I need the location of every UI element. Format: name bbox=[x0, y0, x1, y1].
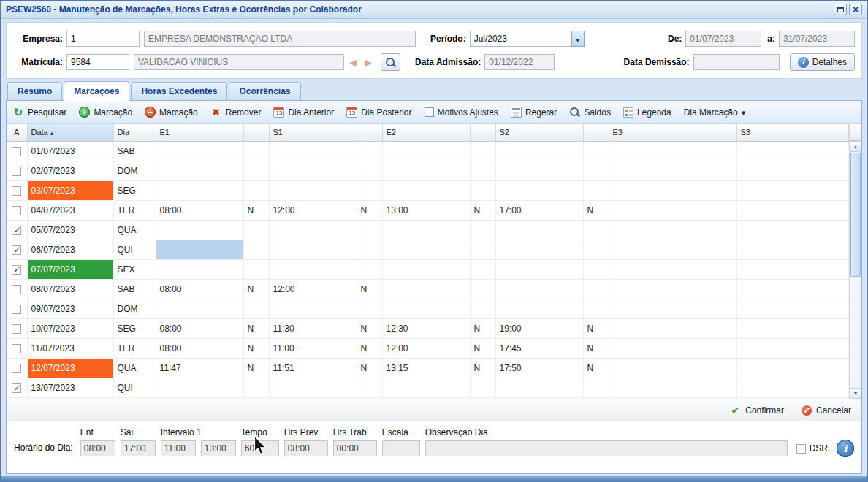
day-cell[interactable]: SEG bbox=[113, 318, 156, 338]
mark-cell[interactable] bbox=[495, 378, 583, 397]
scroll-up-button[interactable] bbox=[850, 141, 861, 152]
mark-cell[interactable] bbox=[156, 220, 243, 240]
mark-cell[interactable] bbox=[609, 220, 736, 240]
mark-cell[interactable] bbox=[583, 220, 609, 240]
mark-cell[interactable]: N bbox=[243, 338, 269, 358]
mark-cell[interactable] bbox=[495, 279, 583, 299]
mark-cell[interactable] bbox=[736, 279, 849, 299]
detalhes-button[interactable]: Detalhes bbox=[790, 53, 855, 71]
mark-cell[interactable] bbox=[583, 240, 609, 259]
mark-cell[interactable] bbox=[470, 161, 495, 180]
mark-cell[interactable] bbox=[609, 161, 736, 180]
mark-cell[interactable] bbox=[156, 141, 243, 161]
mark-cell[interactable] bbox=[243, 259, 269, 279]
mark-cell[interactable]: 12:30 bbox=[382, 318, 470, 338]
mark-cell[interactable] bbox=[470, 378, 495, 397]
tab-horas-excedentes[interactable]: Horas Excedentes bbox=[131, 82, 227, 100]
toolbar-remover-delete[interactable]: Remover bbox=[210, 107, 262, 118]
date-cell[interactable]: 08/07/2023 bbox=[27, 279, 113, 299]
mark-cell[interactable] bbox=[470, 259, 495, 279]
date-cell[interactable]: 07/07/2023 bbox=[27, 259, 113, 279]
row-select-checkbox[interactable] bbox=[7, 220, 27, 240]
day-cell[interactable]: SEG bbox=[113, 180, 156, 200]
row-select-checkbox[interactable] bbox=[7, 299, 27, 318]
mark-cell[interactable] bbox=[609, 180, 736, 200]
mark-cell[interactable]: N bbox=[470, 318, 495, 338]
mark-cell[interactable] bbox=[736, 141, 849, 161]
toolbar-marcacao-remove[interactable]: Marcação bbox=[145, 107, 198, 118]
toolbar-pesquisar-refresh[interactable]: Pesquisar bbox=[12, 107, 66, 118]
mark-cell[interactable] bbox=[156, 180, 243, 200]
mark-cell[interactable] bbox=[609, 279, 736, 299]
mark-cell[interactable] bbox=[382, 180, 470, 200]
date-cell[interactable]: 12/07/2023 bbox=[27, 358, 113, 378]
mark-cell[interactable]: N bbox=[470, 338, 495, 358]
mark-cell[interactable]: N bbox=[243, 279, 269, 299]
date-cell[interactable]: 06/07/2023 bbox=[27, 240, 113, 259]
row-select-checkbox[interactable] bbox=[7, 318, 27, 338]
mark-cell[interactable]: N bbox=[243, 200, 269, 220]
col-header-e2[interactable]: E2 bbox=[382, 124, 470, 141]
mark-cell[interactable]: 13:00 bbox=[382, 200, 470, 220]
mark-cell[interactable] bbox=[269, 180, 357, 200]
mark-cell[interactable] bbox=[470, 220, 495, 240]
mark-cell[interactable] bbox=[382, 161, 470, 180]
mark-cell[interactable] bbox=[495, 220, 583, 240]
periodo-input[interactable] bbox=[470, 31, 572, 47]
mark-cell[interactable]: 12:00 bbox=[269, 200, 357, 220]
col-header-blank-4[interactable] bbox=[243, 124, 269, 141]
col-header-s2[interactable]: S2 bbox=[495, 124, 583, 141]
mark-cell[interactable] bbox=[609, 299, 736, 318]
mark-cell[interactable]: 08:00 bbox=[156, 279, 243, 299]
dsr-checkbox[interactable]: DSR bbox=[796, 443, 828, 454]
mark-cell[interactable]: N bbox=[357, 318, 382, 338]
col-header-data[interactable]: Data bbox=[27, 124, 113, 141]
mark-cell[interactable] bbox=[382, 240, 470, 259]
row-select-checkbox[interactable] bbox=[7, 161, 27, 180]
day-cell[interactable]: QUA bbox=[113, 358, 156, 378]
mark-cell[interactable] bbox=[357, 259, 382, 279]
mark-cell[interactable]: N bbox=[583, 358, 609, 378]
col-header-blank-8[interactable] bbox=[470, 124, 495, 141]
toolbar-dia-posterior-cal-next[interactable]: Dia Posterior bbox=[346, 107, 411, 118]
mark-cell[interactable] bbox=[583, 180, 609, 200]
mark-cell[interactable]: 08:00 bbox=[156, 318, 243, 338]
mark-cell[interactable] bbox=[382, 141, 470, 161]
mark-cell[interactable] bbox=[243, 161, 269, 180]
mark-cell[interactable] bbox=[495, 299, 583, 318]
mark-cell[interactable] bbox=[357, 141, 382, 161]
mark-cell[interactable] bbox=[269, 220, 357, 240]
tab-resumo[interactable]: Resumo bbox=[7, 82, 62, 100]
row-select-checkbox[interactable] bbox=[7, 141, 27, 161]
mark-cell[interactable] bbox=[156, 378, 243, 397]
mark-cell[interactable] bbox=[243, 378, 269, 397]
toolbar-dia-marcacao[interactable]: Dia Marcação bbox=[684, 107, 746, 118]
date-cell[interactable]: 09/07/2023 bbox=[27, 299, 113, 318]
mark-cell[interactable] bbox=[495, 180, 583, 200]
next-record-button[interactable] bbox=[362, 55, 375, 69]
mark-cell[interactable] bbox=[357, 240, 382, 259]
scrollbar-track[interactable] bbox=[850, 152, 861, 388]
mark-cell[interactable]: N bbox=[357, 279, 382, 299]
mark-cell[interactable]: 08:00 bbox=[156, 200, 243, 220]
day-cell[interactable]: QUI bbox=[113, 240, 156, 259]
mark-cell[interactable]: N bbox=[583, 200, 609, 220]
confirmar-button[interactable]: Confirmar bbox=[729, 405, 784, 416]
mark-cell[interactable] bbox=[269, 378, 357, 397]
mark-cell[interactable] bbox=[583, 161, 609, 180]
mark-cell[interactable] bbox=[736, 378, 849, 397]
mark-cell[interactable] bbox=[357, 180, 382, 200]
toolbar-dia-anterior-cal-prev[interactable]: Dia Anterior bbox=[273, 107, 334, 118]
col-header-s1[interactable]: S1 bbox=[269, 124, 357, 141]
date-cell[interactable]: 04/07/2023 bbox=[27, 200, 113, 220]
date-cell[interactable]: 11/07/2023 bbox=[27, 338, 113, 358]
day-cell[interactable]: QUI bbox=[113, 378, 156, 397]
restore-button[interactable] bbox=[834, 4, 847, 15]
row-select-checkbox[interactable] bbox=[7, 240, 27, 259]
mark-cell[interactable]: N bbox=[243, 318, 269, 338]
mark-cell[interactable]: 11:30 bbox=[269, 318, 357, 338]
col-header-a[interactable]: A bbox=[7, 124, 27, 141]
mark-cell[interactable] bbox=[382, 299, 470, 318]
day-cell[interactable]: QUA bbox=[113, 220, 156, 240]
date-cell[interactable]: 05/07/2023 bbox=[27, 220, 113, 240]
